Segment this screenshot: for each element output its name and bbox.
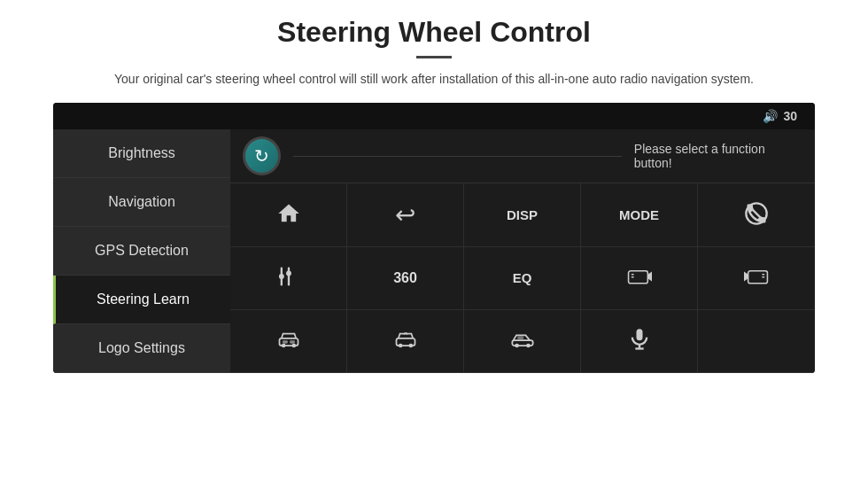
cam-front-icon [627, 264, 652, 292]
phone-cancel-icon [744, 201, 769, 229]
car-screen: 🔊 30 Brightness Navigation GPS Detection… [53, 103, 815, 373]
sidebar-item-navigation[interactable]: Navigation [53, 178, 230, 227]
car-side-icon [510, 327, 535, 355]
settings-icon [276, 264, 301, 292]
btn-cam-front[interactable] [581, 247, 698, 310]
svg-rect-17 [283, 340, 288, 344]
btn-empty [698, 310, 815, 373]
eq-label: EQ [513, 270, 532, 285]
svg-rect-18 [290, 340, 295, 344]
svg-point-15 [281, 344, 285, 348]
bar-divider [293, 156, 622, 157]
btn-disp[interactable]: DISP [464, 183, 581, 246]
svg-point-4 [278, 274, 283, 279]
svg-rect-12 [762, 274, 764, 276]
svg-point-16 [291, 344, 296, 348]
btn-car-side[interactable] [464, 310, 581, 373]
screen-body: Brightness Navigation GPS Detection Stee… [53, 129, 815, 373]
svg-rect-6 [287, 275, 289, 286]
360-label: 360 [393, 270, 417, 286]
main-content: ↻ Please select a function button! [230, 129, 815, 373]
btn-phone-cancel[interactable] [698, 183, 815, 246]
btn-car-front[interactable] [230, 310, 347, 373]
page-title: Steering Wheel Control [277, 16, 591, 49]
screen-header: 🔊 30 [53, 103, 815, 129]
mic-icon [627, 327, 652, 355]
btn-mode[interactable]: MODE [581, 183, 698, 246]
btn-home[interactable] [230, 183, 347, 246]
page-wrapper: Steering Wheel Control Your original car… [0, 0, 868, 373]
mode-label: MODE [619, 207, 659, 222]
function-prompt: Please select a function button! [634, 142, 802, 170]
svg-rect-26 [636, 330, 642, 341]
disp-label: DISP [507, 207, 538, 222]
volume-icon: 🔊 [763, 109, 778, 123]
sidebar-item-brightness[interactable]: Brightness [53, 129, 230, 178]
svg-rect-9 [631, 274, 633, 276]
svg-rect-25 [517, 337, 523, 340]
home-icon [276, 201, 301, 229]
btn-settings[interactable] [230, 247, 347, 310]
sidebar-item-gps-detection[interactable]: GPS Detection [53, 227, 230, 276]
svg-point-24 [526, 344, 531, 348]
btn-360[interactable]: 360 [347, 247, 464, 310]
volume-level: 30 [783, 109, 797, 123]
sidebar-item-steering-learn[interactable]: Steering Learn [53, 276, 230, 324]
back-icon: ↩ [395, 200, 415, 229]
page-subtitle: Your original car's steering wheel contr… [114, 69, 754, 89]
btn-car-360[interactable] [347, 310, 464, 373]
btn-mic[interactable] [581, 310, 698, 373]
sidebar-item-logo-settings[interactable]: Logo Settings [53, 324, 230, 373]
car-front-icon [276, 327, 301, 355]
svg-point-7 [286, 270, 291, 276]
car-360-icon [393, 327, 418, 355]
function-bar: ↻ Please select a function button! [230, 129, 815, 183]
title-divider [416, 56, 452, 58]
svg-point-21 [408, 344, 413, 348]
svg-rect-13 [762, 276, 764, 278]
refresh-icon: ↻ [254, 145, 269, 167]
sidebar: Brightness Navigation GPS Detection Stee… [53, 129, 230, 373]
btn-cam-back[interactable] [698, 247, 815, 310]
svg-point-20 [398, 344, 402, 348]
button-grid: ↩ DISP MODE [230, 183, 815, 373]
btn-back[interactable]: ↩ [347, 183, 464, 246]
svg-rect-10 [631, 276, 633, 278]
svg-point-23 [515, 344, 519, 348]
btn-eq[interactable]: EQ [464, 247, 581, 310]
refresh-button[interactable]: ↻ [243, 136, 281, 175]
cam-back-icon [744, 264, 769, 292]
